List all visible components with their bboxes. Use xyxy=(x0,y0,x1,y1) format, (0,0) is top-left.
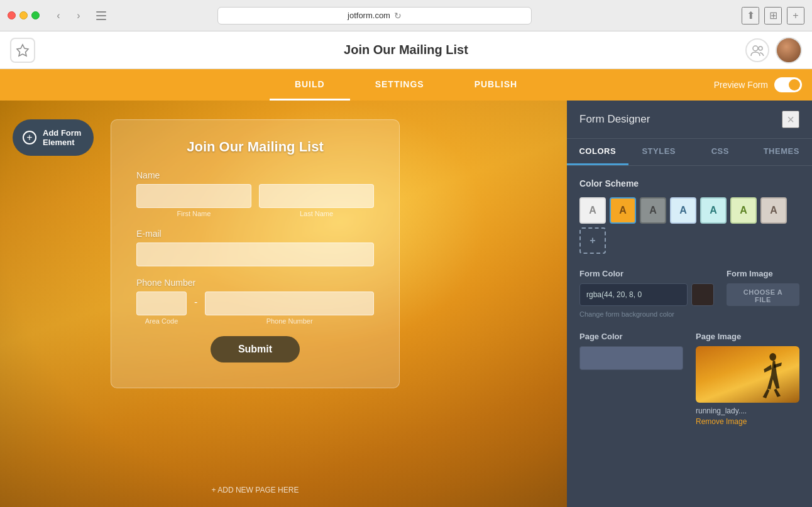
header-left xyxy=(10,38,35,63)
add-new-page-button[interactable]: + ADD NEW PAGE HERE xyxy=(212,486,299,494)
add-icon: + xyxy=(23,131,36,144)
maximize-traffic-light[interactable] xyxy=(31,11,40,19)
form-color-section: Form Color Change form background color … xyxy=(579,269,799,319)
add-element-button[interactable]: + Add FormElement xyxy=(13,119,94,156)
remove-image-button[interactable]: Remove Image xyxy=(696,416,747,427)
form-color-hint: Change form background color xyxy=(579,310,714,319)
team-icon[interactable] xyxy=(745,38,769,62)
tab-styles[interactable]: STYLES xyxy=(628,139,690,165)
phone-separator: - xyxy=(194,292,197,308)
svg-point-5 xyxy=(769,353,776,361)
share-button[interactable]: ⬆ xyxy=(742,7,759,25)
page-color-swatch[interactable] xyxy=(579,346,683,370)
name-inputs: First Name Last Name xyxy=(136,184,374,217)
form-image-col: Form Image CHOOSE A FILE xyxy=(727,269,799,319)
phone-field: Phone Number Area Code - Phone Number xyxy=(136,278,374,325)
form-color-input-row xyxy=(579,283,714,306)
color-swatch-lightblue[interactable]: A xyxy=(670,197,696,224)
tab-publish[interactable]: PUBLISH xyxy=(449,69,542,101)
last-name-input[interactable] xyxy=(259,184,374,208)
phone-number-wrap: Phone Number xyxy=(205,292,374,325)
new-tab-button[interactable]: ⊞ xyxy=(764,7,782,25)
form-color-thumb[interactable] xyxy=(691,283,714,306)
main-content: + Add FormElement Join Our Mailing List … xyxy=(0,101,812,507)
tab-build[interactable]: BUILD xyxy=(270,69,350,101)
name-field: Name First Name Last Name xyxy=(136,170,374,217)
email-label: E-mail xyxy=(136,229,374,239)
phone-label: Phone Number xyxy=(136,278,374,288)
form-color-title: Form Color xyxy=(579,269,714,278)
form-image-title: Form Image xyxy=(727,269,799,278)
color-swatch-teal[interactable]: A xyxy=(700,197,727,224)
last-name-sublabel: Last Name xyxy=(259,210,374,217)
header-right xyxy=(745,37,802,63)
browser-actions: ⬆ ⊞ + xyxy=(742,7,804,25)
refresh-icon[interactable]: ↻ xyxy=(394,11,402,21)
last-name-wrap: Last Name xyxy=(259,184,374,217)
page-image-title: Page Image xyxy=(696,332,799,341)
jotform-logo[interactable] xyxy=(10,38,35,63)
add-tab-button[interactable]: + xyxy=(787,7,804,25)
svg-rect-2 xyxy=(96,19,106,20)
minimize-traffic-light[interactable] xyxy=(19,11,28,19)
nav-bar: BUILD SETTINGS PUBLISH Preview Form xyxy=(0,69,812,101)
page-color-input-row xyxy=(579,346,683,370)
page-image-filename: running_lady.... xyxy=(696,406,799,415)
address-bar[interactable]: jotform.com ↻ xyxy=(217,7,532,25)
preview-toggle[interactable] xyxy=(774,77,802,92)
sidebar-toggle-icon[interactable] xyxy=(92,7,110,25)
panel-title: Form Designer xyxy=(579,113,650,126)
form-canvas: + Add FormElement Join Our Mailing List … xyxy=(0,101,567,507)
email-input[interactable] xyxy=(136,243,374,266)
phone-inputs: Area Code - Phone Number xyxy=(136,292,374,325)
form-color-input[interactable] xyxy=(579,283,688,306)
first-name-input[interactable] xyxy=(136,184,251,208)
color-scheme-title: Color Scheme xyxy=(579,178,799,188)
first-name-wrap: First Name xyxy=(136,184,251,217)
close-traffic-light[interactable] xyxy=(8,11,16,19)
nav-buttons: ‹ › xyxy=(50,7,87,25)
area-code-input[interactable] xyxy=(136,292,187,315)
forward-button[interactable]: › xyxy=(70,7,87,25)
page-color-title: Page Color xyxy=(579,332,683,341)
choose-file-button[interactable]: CHOOSE A FILE xyxy=(727,283,799,306)
color-swatch-custom[interactable]: + xyxy=(579,227,606,254)
user-avatar[interactable] xyxy=(776,37,802,63)
area-code-wrap: Area Code xyxy=(136,292,187,325)
page-color-section: Page Color Page Image xyxy=(579,332,799,427)
color-swatch-light[interactable]: A xyxy=(579,197,606,224)
app-header: Join Our Mailing List xyxy=(0,31,812,69)
preview-form: Preview Form xyxy=(714,77,802,92)
page-color-col: Page Color xyxy=(579,332,683,427)
name-label: Name xyxy=(136,170,374,180)
app-title: Join Our Mailing List xyxy=(344,43,468,57)
color-swatch-taupe[interactable]: A xyxy=(760,197,787,224)
panel-tabs: COLORS STYLES CSS THEMES xyxy=(567,139,812,166)
url-text: jotform.com xyxy=(348,11,390,20)
panel-content: Color Scheme A A A A A A A + xyxy=(567,166,812,507)
nav-tabs: BUILD SETTINGS PUBLISH xyxy=(270,69,542,101)
browser-chrome: ‹ › jotform.com ↻ ⬆ ⊞ + xyxy=(0,0,812,31)
color-swatch-green[interactable]: A xyxy=(730,197,757,224)
phone-number-input[interactable] xyxy=(205,292,374,315)
tab-colors[interactable]: COLORS xyxy=(567,139,628,165)
tab-css[interactable]: CSS xyxy=(689,139,751,165)
color-swatch-gray[interactable]: A xyxy=(640,197,666,224)
email-field: E-mail xyxy=(136,229,374,266)
form-card-title: Join Our Mailing List xyxy=(136,139,374,155)
page-image-thumbnail[interactable] xyxy=(696,346,799,403)
svg-point-3 xyxy=(753,46,758,51)
form-card: Join Our Mailing List Name First Name La… xyxy=(111,119,400,388)
color-swatch-orange[interactable]: A xyxy=(610,197,636,224)
tab-themes[interactable]: THEMES xyxy=(751,139,813,165)
color-scheme-row: A A A A A A A + xyxy=(579,197,799,254)
tab-settings[interactable]: SETTINGS xyxy=(350,69,449,101)
svg-rect-1 xyxy=(96,15,106,16)
first-name-sublabel: First Name xyxy=(136,210,251,217)
close-panel-button[interactable]: × xyxy=(782,111,799,128)
back-button[interactable]: ‹ xyxy=(50,7,67,25)
submit-button[interactable]: Submit xyxy=(211,336,300,363)
form-color-col: Form Color Change form background color xyxy=(579,269,714,319)
panel-header: Form Designer × xyxy=(567,101,812,139)
svg-rect-0 xyxy=(96,11,106,13)
